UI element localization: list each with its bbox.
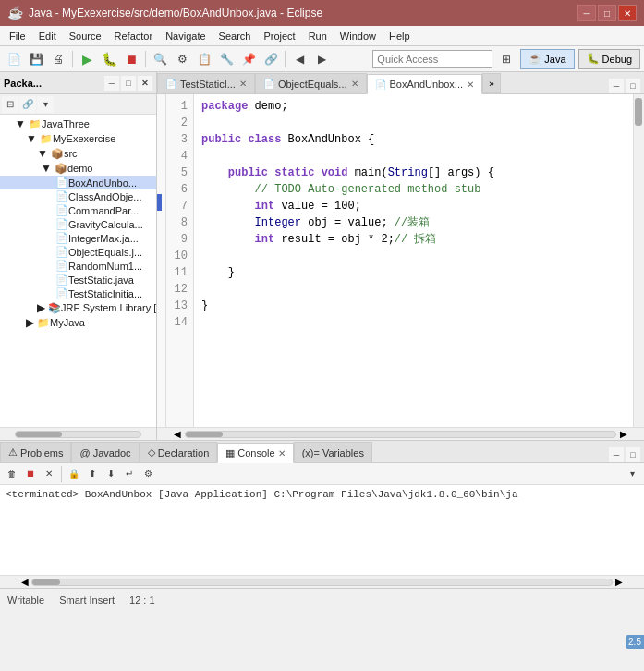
print-button[interactable]: 🖨 (48, 49, 68, 69)
debug-perspective-button[interactable]: 🐛 Debug (578, 49, 640, 69)
tree-item-demo[interactable]: ▼ 📦 demo (0, 161, 156, 176)
editor-minimize-btn[interactable]: ─ (609, 79, 624, 93)
tree-item-classandobje[interactable]: 📄 ClassAndObje... (0, 189, 156, 203)
forward-button[interactable]: ▶ (311, 49, 332, 69)
console-terminate-btn[interactable]: ⏹ (22, 466, 39, 482)
tree-item-randomnum[interactable]: 📄 RandomNum1... (0, 259, 156, 273)
tab-console[interactable]: ▦ Console ✕ (217, 443, 293, 463)
menu-search[interactable]: Search (213, 29, 257, 43)
new-button[interactable]: 📄 (4, 49, 24, 69)
maximize-button[interactable]: □ (598, 5, 616, 21)
tree-item-label: MyExexercise (53, 133, 115, 144)
close-button[interactable]: ✕ (618, 5, 637, 21)
pkg-toolbar: ⊟ 🔗 ▾ (0, 94, 156, 115)
menu-edit[interactable]: Edit (33, 29, 62, 43)
tree-item-javathree[interactable]: ▼ 📁 JavaThree (0, 116, 156, 131)
menu-help[interactable]: Help (383, 29, 416, 43)
console-settings-btn[interactable]: ⚙ (140, 466, 156, 482)
stop-button[interactable]: ⏹ (121, 49, 141, 69)
console-scroll-bottom-btn[interactable]: ⬇ (103, 466, 119, 482)
debug-button[interactable]: 🐛 (99, 49, 119, 69)
corner-badge-text: 2.5 (628, 637, 641, 647)
tab-problems[interactable]: ⚠ Problems (0, 442, 71, 462)
pkg-collapse-btn[interactable]: ⊟ (2, 96, 18, 113)
menu-navigate[interactable]: Navigate (160, 29, 211, 43)
console-btn-3[interactable]: ✕ (41, 466, 57, 482)
tab-close-console[interactable]: ✕ (278, 448, 286, 458)
tab-close-boxandunbox[interactable]: ✕ (467, 79, 474, 90)
package-explorer-tree: ▼ 📁 JavaThree ▼ 📁 MyExexercise ▼ 📦 src ▼… (0, 115, 156, 427)
java-perspective-button[interactable]: ☕ Java (520, 49, 574, 69)
problems-icon: ⚠ (8, 446, 18, 458)
menu-run[interactable]: Run (303, 29, 333, 43)
back-button[interactable]: ◀ (289, 49, 310, 69)
pkg-close-button[interactable]: ✕ (138, 76, 152, 91)
menu-file[interactable]: File (4, 29, 31, 43)
menu-window[interactable]: Window (334, 29, 382, 43)
menu-project[interactable]: Project (258, 29, 300, 43)
tree-item-gravitycalcula[interactable]: 📄 GravityCalcula... (0, 217, 156, 231)
console-dropdown-btn[interactable]: ▾ (624, 466, 640, 482)
hscroll-left-btn[interactable]: ◀ (170, 429, 185, 439)
toolbar-btn-3[interactable]: ⚙ (172, 49, 192, 69)
tab-boxandunbox[interactable]: 📄 BoxAndUnbox... ✕ (367, 74, 483, 94)
bottom-minimize-btn[interactable]: ─ (609, 447, 624, 462)
tree-item-integermax[interactable]: 📄 IntegerMax.ja... (0, 231, 156, 245)
save-button[interactable]: 💾 (26, 49, 46, 69)
search-button[interactable]: 🔍 (150, 49, 170, 69)
toolbar-btn-4[interactable]: 📋 (194, 49, 214, 69)
pkg-link-btn[interactable]: 🔗 (19, 96, 36, 113)
console-scroll-lock-btn[interactable]: 🔒 (66, 466, 82, 482)
code-editor[interactable]: 1 2 3 4 5 6 7 8 9 10 11 12 13 14 package… (157, 94, 644, 427)
tab-icon: 📄 (263, 79, 274, 89)
pkg-hscroll[interactable] (0, 427, 156, 440)
console-output[interactable]: <terminated> BoxAndUnbox [Java Applicati… (0, 485, 644, 575)
editor-maximize-btn[interactable]: □ (626, 79, 640, 93)
tree-item-label: TestStaticInitia... (68, 288, 142, 299)
java-icon: 📄 (55, 274, 68, 286)
editor-hscroll[interactable]: ◀ ▶ (157, 427, 644, 440)
tree-item-jre[interactable]: ▶ 📚 JRE System Library [... (0, 300, 156, 315)
corner-badge: 2.5 (626, 635, 644, 649)
minimize-button[interactable]: ─ (577, 5, 596, 21)
tree-item-myjava[interactable]: ▶ 📁 MyJava (0, 315, 156, 330)
bottom-maximize-btn[interactable]: □ (626, 447, 640, 462)
console-scroll-top-btn[interactable]: ⬆ (84, 466, 101, 482)
editor-scrollbar[interactable] (633, 94, 644, 427)
tree-item-commandpar[interactable]: 📄 CommandPar... (0, 203, 156, 217)
tree-item-src[interactable]: ▼ 📦 src (0, 146, 156, 161)
java-perspective-icon: ☕ (529, 53, 541, 65)
run-button[interactable]: ▶ (77, 49, 97, 69)
pkg-maximize-button[interactable]: □ (121, 76, 136, 91)
quick-access-input[interactable] (372, 50, 492, 68)
tab-close-teststatici[interactable]: ✕ (239, 79, 247, 89)
bottom-hscroll-left[interactable]: ◀ (18, 577, 31, 587)
tab-javadoc[interactable]: @ Javadoc (71, 442, 139, 462)
toolbar-btn-6[interactable]: 📌 (238, 49, 259, 69)
tab-overflow-button[interactable]: » (482, 73, 501, 93)
pkg-menu-btn[interactable]: ▾ (37, 96, 54, 113)
open-perspective-button[interactable]: ⊞ (496, 49, 516, 69)
toolbar-btn-5[interactable]: 🔧 (216, 49, 237, 69)
tree-item-teststatic[interactable]: 📄 TestStatic.java (0, 273, 156, 287)
console-clear-btn[interactable]: 🗑 (4, 466, 20, 482)
toolbar-btn-7[interactable]: 🔗 (261, 49, 281, 69)
tab-variables[interactable]: (x)= Variables (294, 442, 372, 462)
java-icon: 📄 (55, 246, 68, 258)
tree-item-boxandunbox[interactable]: 📄 BoxAndUnbo... (0, 176, 156, 189)
console-hscroll[interactable]: ◀ ▶ (0, 575, 644, 588)
menu-refactor[interactable]: Refactor (109, 29, 159, 43)
tree-item-objectequals[interactable]: 📄 ObjectEquals.j... (0, 245, 156, 259)
code-content[interactable]: package demo; public class BoxAndUnbox {… (194, 94, 633, 427)
bottom-hscroll-right[interactable]: ▶ (613, 577, 626, 587)
tab-close-objectequals[interactable]: ✕ (351, 79, 358, 89)
pkg-minimize-button[interactable]: ─ (104, 76, 119, 91)
menu-source[interactable]: Source (64, 29, 107, 43)
tab-teststatici[interactable]: 📄 TestStaticI... ✕ (157, 73, 255, 93)
tree-item-teststaticinitia[interactable]: 📄 TestStaticInitia... (0, 287, 156, 300)
tab-objectequals[interactable]: 📄 ObjectEquals... ✕ (255, 73, 367, 93)
tree-item-myexexercise[interactable]: ▼ 📁 MyExexercise (0, 131, 156, 146)
tab-declaration[interactable]: ◇ Declaration (140, 442, 218, 462)
console-word-wrap-btn[interactable]: ↵ (121, 466, 138, 482)
hscroll-right-btn[interactable]: ▶ (616, 429, 631, 439)
